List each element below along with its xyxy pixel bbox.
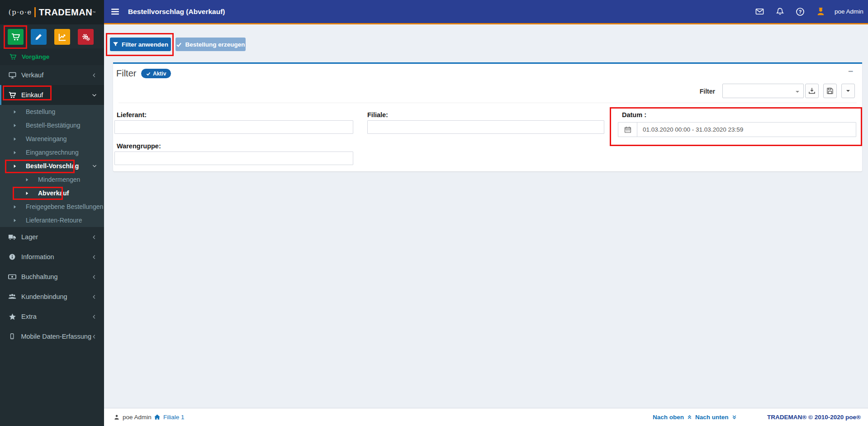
check-icon (146, 71, 151, 76)
warengruppe-label: Warengruppe: (117, 142, 161, 150)
sidebar-item-freigegebene-bestellungen[interactable]: Freigegebene Bestellungen (0, 200, 104, 213)
quick-chart-button[interactable] (54, 29, 70, 45)
bell-icon[interactable] (776, 7, 784, 16)
sidebar-item-lager[interactable]: Lager (0, 227, 104, 247)
filter-options-dropdown-button[interactable] (841, 84, 855, 98)
download-icon (808, 87, 816, 95)
quick-cart-button[interactable] (8, 29, 24, 45)
person-icon (114, 414, 120, 421)
filter-funnel-icon (113, 42, 119, 47)
create-order-button[interactable]: Bestellung erzeugen (175, 38, 246, 51)
mail-icon[interactable] (755, 7, 764, 16)
topbar-username[interactable]: poe Admin (835, 0, 863, 23)
chevron-left-icon (91, 274, 97, 280)
cart-icon (7, 91, 17, 99)
check-icon (176, 42, 182, 47)
logo-trademark: ™ (92, 11, 95, 14)
sidebar-item-mobile-daten-erfassung[interactable]: Mobile Daten-Erfassung (0, 327, 104, 346)
sidebar-item-bestellung[interactable]: Bestellung (0, 105, 104, 118)
caret-right-icon (13, 137, 17, 141)
filter-select[interactable] (722, 84, 804, 98)
desktop-icon (7, 71, 17, 79)
quick-settings-button[interactable] (78, 29, 94, 45)
apply-filter-button[interactable]: Filter anwenden (110, 38, 171, 51)
sidebar-item-bestell-bestaetigung[interactable]: Bestell-Bestätigung (0, 118, 104, 132)
logo-mark: (p·o·e (9, 8, 32, 16)
sidebar-item-lieferanten-retoure[interactable]: Lieferanten-Retoure (0, 213, 104, 227)
gears-icon (82, 33, 90, 41)
chevron-left-icon (91, 334, 97, 340)
caret-right-icon (13, 205, 17, 209)
chevron-left-icon (91, 234, 97, 240)
scroll-to-top-link[interactable]: Nach oben (653, 408, 693, 426)
caret-right-icon (25, 178, 29, 182)
save-filter-button[interactable] (823, 84, 837, 98)
sidebar-item-eingangsrechnung[interactable]: Eingangsrechnung (0, 146, 104, 159)
caret-right-icon (13, 151, 17, 155)
quick-edit-button[interactable] (31, 29, 47, 45)
sidebar-item-extra[interactable]: Extra (0, 307, 104, 327)
sidebar-item-kundenbindung[interactable]: Kundenbindung (0, 287, 104, 307)
star-icon (7, 313, 17, 321)
panel-title: Filter (116, 68, 136, 79)
calendar-icon (618, 123, 637, 137)
truck-icon (7, 233, 17, 241)
pencil-icon (35, 33, 43, 41)
page-title: Bestellvorschlag (Abverkauf) (128, 0, 225, 23)
caret-right-icon (13, 164, 17, 168)
angle-double-up-icon (687, 414, 693, 420)
scroll-to-bottom-link[interactable]: Nach unten (695, 408, 737, 426)
logo-separator (34, 7, 36, 17)
datum-range-input[interactable]: 01.03.2020 00:00 - 31.03.2020 23:59 (618, 122, 856, 137)
sidebar-section-label: Vorgänge (22, 53, 49, 60)
money-bill-icon (7, 273, 17, 281)
floppy-save-icon (826, 87, 834, 95)
sidebar-item-einkauf[interactable]: Einkauf (0, 85, 104, 105)
cart-icon (8, 53, 18, 60)
sidebar-item-bestell-vorschlag[interactable]: Bestell-Vorschlag (0, 159, 104, 173)
user-avatar[interactable] (816, 7, 825, 16)
sidebar-item-abverkauf[interactable]: Abverkauf (0, 186, 104, 200)
sidebar-item-wareneingang[interactable]: Wareneingang (0, 132, 104, 146)
sidebar-item-buchhaltung[interactable]: Buchhaltung (0, 267, 104, 287)
mobile-phone-icon (7, 333, 17, 340)
chevron-down-icon (91, 92, 97, 98)
sidebar-item-mindermengen[interactable]: Mindermengen (0, 173, 104, 186)
help-icon[interactable]: ? (796, 7, 805, 16)
datum-label: Datum : (622, 111, 646, 118)
footer-branch-link[interactable]: Filiale 1 (154, 408, 185, 426)
topbar: Bestellvorschlag (Abverkauf) ? poe Admin (104, 0, 868, 24)
line-chart-icon (58, 33, 66, 41)
app-logo[interactable]: (p·o·e TRADEMAN ™ (0, 0, 104, 24)
cart-icon (11, 33, 20, 41)
filter-select-label: Filter (700, 88, 715, 95)
warengruppe-input[interactable] (114, 151, 353, 165)
download-filter-button[interactable] (805, 84, 819, 98)
footer-user: poe Admin (114, 408, 152, 426)
chevron-left-icon (91, 294, 97, 300)
lieferant-label: Lieferant: (117, 111, 147, 118)
lieferant-input[interactable] (114, 120, 353, 134)
info-circle-icon (7, 253, 17, 260)
app-window: (p·o·e TRADEMAN ™ Vorgänge Verkauf Einka… (0, 0, 868, 426)
active-badge: Aktiv (141, 69, 171, 78)
caret-down-icon (846, 89, 850, 93)
home-icon (154, 414, 161, 421)
filiale-input[interactable] (367, 120, 604, 134)
chevron-left-icon (91, 314, 97, 320)
caret-right-icon (13, 218, 17, 222)
filter-panel: Filter Aktiv − Filter Lieferant: Filiale… (113, 62, 862, 171)
chevron-left-icon (91, 72, 97, 78)
sidebar-item-verkauf[interactable]: Verkauf (0, 65, 104, 85)
users-icon (7, 293, 17, 301)
sidebar-section-vorgaenge: Vorgänge (0, 50, 104, 63)
datum-range-value: 01.03.2020 00:00 - 31.03.2020 23:59 (637, 123, 856, 137)
chevron-left-icon (91, 254, 97, 260)
caret-right-icon (25, 191, 29, 195)
sidebar-item-information[interactable]: Information (0, 247, 104, 267)
collapse-panel-button[interactable]: − (848, 66, 853, 76)
hamburger-menu-icon[interactable] (110, 7, 120, 16)
footer-copyright: TRADEMAN® © 2010-2020 poe® (767, 408, 861, 426)
svg-text:?: ? (799, 9, 802, 14)
caret-right-icon (13, 110, 17, 114)
